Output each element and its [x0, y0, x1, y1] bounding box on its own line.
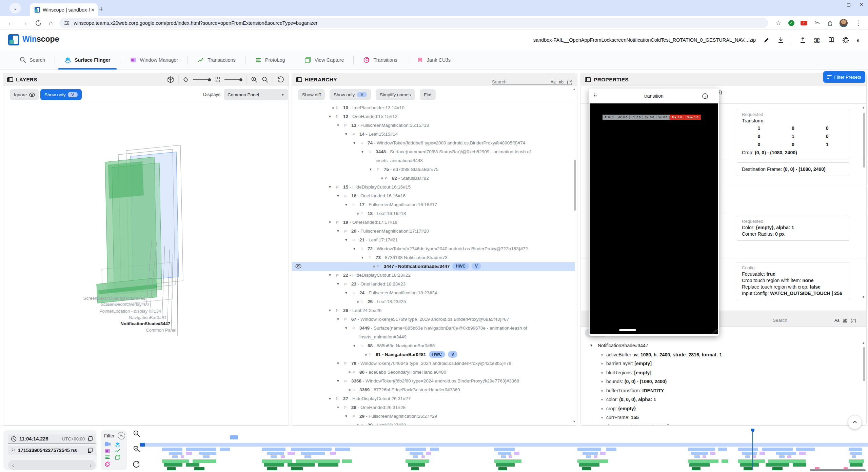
timeline-segment[interactable]: [262, 459, 292, 463]
timeline-segment[interactable]: [186, 448, 216, 451]
hierarchy-option-flat[interactable]: Flat: [420, 89, 436, 100]
timeline-segment[interactable]: [406, 459, 429, 463]
scroll-up-icon[interactable]: ▲: [862, 341, 865, 345]
browser-tab[interactable]: Winscope | sandbox-FAIL ✕: [30, 3, 98, 16]
timeline-segment[interactable]: [787, 455, 791, 458]
property-item-bufferTransform[interactable]: bufferTransform: IDENTITY: [581, 386, 864, 395]
regex-button[interactable]: (.*): [851, 318, 856, 323]
timeline-reset-zoom-icon[interactable]: [133, 461, 140, 468]
chevron-down-icon[interactable]: ▼: [353, 244, 356, 253]
timeline-segment[interactable]: [779, 455, 785, 458]
extension-red-icon[interactable]: »: [801, 21, 807, 25]
timeline-segment[interactable]: [496, 463, 515, 467]
chevron-down-icon[interactable]: ▼: [344, 412, 348, 421]
browser-menu-kebab-icon[interactable]: ⋮: [855, 19, 862, 27]
report-bug-icon[interactable]: [842, 37, 849, 43]
hierarchy-option-show-only[interactable]: Show onlyV: [330, 89, 371, 100]
hierarchy-search-input[interactable]: Search Aa ab (.*): [492, 76, 572, 85]
protolog-filter-icon[interactable]: [105, 455, 112, 460]
tab-close-icon[interactable]: ✕: [91, 7, 95, 13]
chevron-down-icon[interactable]: ▼: [336, 315, 340, 324]
tree-row-80[interactable]: ⚐80 - ace6abb SecondaryHomeHandle0#80: [292, 368, 575, 377]
minimap-viewport-tick[interactable]: [230, 435, 238, 439]
property-item-color[interactable]: color: (0, 0, 0), alpha: 1: [581, 395, 864, 404]
shortcuts-command-icon[interactable]: ⌘: [814, 37, 821, 43]
timeline-segment[interactable]: [162, 448, 182, 451]
tree-row-17[interactable]: ▼⚐17 - FullscreenMagnification:16:16#17: [292, 200, 575, 209]
timeline-segment[interactable]: [193, 459, 216, 463]
zoom-in-icon[interactable]: [251, 76, 258, 83]
info-icon[interactable]: [702, 93, 708, 99]
chevron-down-icon[interactable]: ▼: [369, 165, 372, 174]
timeline-segment[interactable]: [342, 459, 352, 463]
tree-row-72[interactable]: ▼⚐72 - WindowToken{a2746de type=2040 and…: [292, 244, 575, 253]
layer-label[interactable]: ScreenDecorOverlayBottom#61: [83, 296, 145, 301]
timeline-segment[interactable]: [768, 459, 806, 463]
profile-avatar[interactable]: [840, 19, 848, 27]
tree-row-3447[interactable]: ⚐3447 - NotificationShade#3447HWCV: [292, 262, 575, 271]
timeline-segment[interactable]: [296, 459, 340, 463]
tree-row-3368[interactable]: ▼⚐3368 - WindowToken{f6b2f60 type=2024 a…: [292, 377, 575, 386]
chevron-down-icon[interactable]: ▼: [344, 130, 348, 139]
chevron-down-icon[interactable]: ▼: [328, 271, 332, 280]
properties-tree-scrollbar[interactable]: [863, 347, 865, 381]
timeline-segment[interactable]: [410, 452, 423, 455]
timeline-segment[interactable]: [799, 452, 806, 455]
timeline-segment[interactable]: [849, 459, 864, 463]
timeline-segment[interactable]: [408, 463, 425, 467]
timeline-segment[interactable]: [199, 452, 216, 455]
timeline-segment[interactable]: [281, 455, 285, 458]
timeline-segment[interactable]: [703, 455, 706, 458]
timeline-segment[interactable]: [850, 463, 863, 467]
tree-row-3448[interactable]: ▼⚐3448 - Surface(name=ed70f88 StatusBar)…: [292, 148, 575, 165]
match-case-button[interactable]: Aa: [551, 80, 556, 84]
bookmark-star-icon[interactable]: ☆: [775, 19, 781, 27]
timeline-segment[interactable]: [498, 452, 511, 455]
collapse-panel-icon[interactable]: [296, 77, 302, 82]
timeline-segment[interactable]: [710, 452, 715, 455]
transactions-filter-icon[interactable]: [115, 449, 122, 453]
property-item-dataspace[interactable]: dataspace: BT709 sRGB Full range: [581, 422, 864, 426]
tree-row-15[interactable]: ▼⚐15 - HideDisplayCutout:16:16#15: [292, 183, 575, 192]
edit-pencil-icon[interactable]: [763, 37, 770, 43]
chevron-down-icon[interactable]: ▼: [590, 341, 593, 350]
timeline-segment[interactable]: [577, 448, 601, 451]
timeline-segment[interactable]: [740, 463, 759, 467]
copy-icon[interactable]: [87, 448, 93, 453]
tree-row-20[interactable]: ▼⚐20 - FullscreenMagnification:17:17#20: [292, 227, 575, 236]
property-item-barrierLayer[interactable]: barrierLayer: [empty]: [581, 359, 864, 368]
timeline-zoom-out-icon[interactable]: [133, 445, 140, 453]
forward-icon[interactable]: →: [21, 19, 28, 27]
tree-row-3369[interactable]: ⚐3369 - 67726bf EdgeBackGestureHandler0#…: [292, 386, 575, 394]
tree-row-19[interactable]: ▼⚐19 - OneHanded:17:17#19: [292, 218, 575, 227]
chevron-down-icon[interactable]: ▼: [336, 121, 340, 130]
timeline-segment[interactable]: [738, 448, 758, 451]
timeline-segment[interactable]: [291, 467, 303, 470]
timeline-segment[interactable]: [271, 455, 277, 458]
collapse-filter-icon[interactable]: [118, 432, 125, 439]
zoom-out-icon[interactable]: [262, 76, 269, 83]
timeline-segment[interactable]: [498, 467, 507, 470]
timeline-segment[interactable]: [776, 452, 796, 455]
tree-row-75[interactable]: ▼⚐75 - ed70f88 StatusBar#75: [292, 165, 575, 174]
chevron-down-icon[interactable]: ▼: [336, 403, 340, 412]
timeline-segment[interactable]: [501, 455, 506, 458]
property-item-blurRegions[interactable]: blurRegions: [empty]: [581, 368, 864, 377]
3d-view-cube-icon[interactable]: [167, 76, 174, 83]
rotation-slider[interactable]: [193, 78, 211, 81]
hierarchy-option-show-diff[interactable]: Show diff: [298, 89, 325, 100]
timeline-segment[interactable]: [288, 452, 295, 455]
extensions-puzzle-icon[interactable]: [827, 20, 833, 26]
tree-row-21[interactable]: ▼⚐21 - Leaf:17:17#21: [292, 236, 575, 244]
timeline-segment[interactable]: [718, 448, 727, 451]
tab-search[interactable]: Search: [10, 50, 55, 70]
property-item-bounds[interactable]: bounds: (0, 0) - (1080, 2400): [581, 377, 864, 386]
human-time-field[interactable]: 11:04:14.228 UTC+00:00: [8, 434, 96, 444]
tree-row-16[interactable]: ▼⚐16 - OneHanded:16:16#16: [292, 192, 575, 200]
tab-search-chevron-icon[interactable]: ⌄: [9, 3, 21, 14]
tree-row-22[interactable]: ▼⚐22 - HideDisplayCutout:18:23#22: [292, 271, 575, 280]
scroll-up-icon[interactable]: ▲: [862, 106, 865, 109]
timeline-segment[interactable]: [600, 452, 606, 455]
tree-row-67[interactable]: ▼⚐67 - WindowToken{e5176f9 type=2019 and…: [292, 315, 575, 324]
timeline-segment[interactable]: [421, 455, 425, 458]
